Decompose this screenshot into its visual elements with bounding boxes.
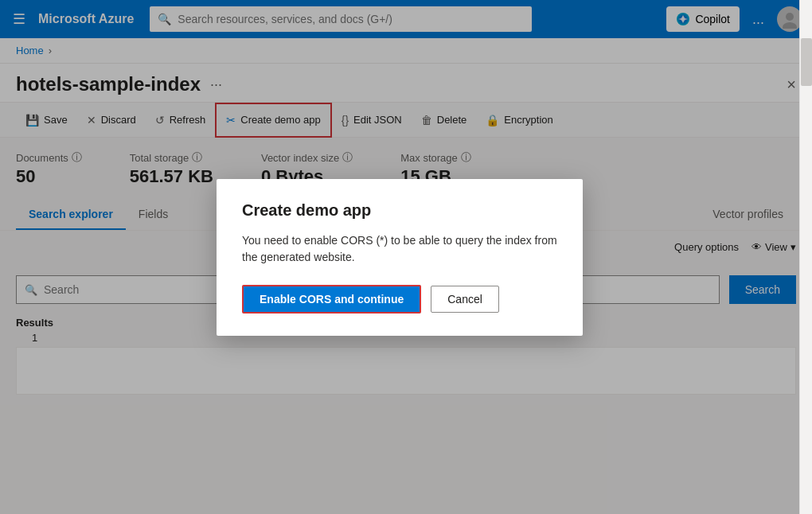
scrollbar-track[interactable] — [799, 0, 812, 514]
modal-overlay: Create demo app You need to enable CORS … — [0, 0, 799, 514]
cancel-button[interactable]: Cancel — [431, 286, 499, 313]
scrollbar-thumb[interactable] — [801, 38, 812, 86]
modal-actions: Enable CORS and continue Cancel — [242, 285, 557, 313]
modal-dialog: Create demo app You need to enable CORS … — [217, 179, 583, 336]
modal-body: You need to enable CORS (*) to be able t… — [242, 232, 557, 266]
enable-cors-button[interactable]: Enable CORS and continue — [242, 285, 421, 313]
modal-title: Create demo app — [242, 201, 557, 220]
